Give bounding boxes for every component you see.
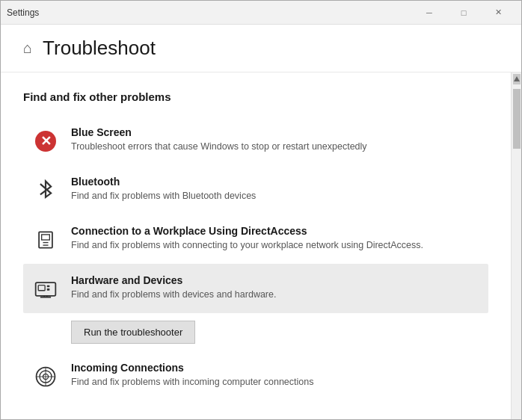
hardware-name: Hardware and Devices xyxy=(71,274,479,286)
settings-window: Settings ─ □ ✕ ⌂ Troubleshoot Find and f… xyxy=(0,0,522,420)
troubleshoot-item-hardware[interactable]: Hardware and Devices Find and fix proble… xyxy=(23,264,488,313)
scroll-up-arrow[interactable] xyxy=(513,74,521,84)
svg-rect-8 xyxy=(47,285,50,288)
svg-rect-3 xyxy=(42,235,50,240)
hardware-text: Hardware and Devices Find and fix proble… xyxy=(71,274,479,302)
bluetooth-name: Bluetooth xyxy=(71,176,479,188)
main-content: Find and fix other problems ✕ Blue Scree… xyxy=(1,72,511,419)
bluetooth-desc: Find and fix problems with Bluetooth dev… xyxy=(71,190,479,203)
bluetooth-text: Bluetooth Find and fix problems with Blu… xyxy=(71,176,479,203)
incoming-text: Incoming Connections Find and fix proble… xyxy=(71,362,479,389)
connection-text: Connection to a Workplace Using DirectAc… xyxy=(71,225,479,253)
titlebar: Settings ─ □ ✕ xyxy=(1,1,521,25)
run-troubleshooter-button[interactable]: Run the troubleshooter xyxy=(71,321,195,344)
page-header: ⌂ Troubleshoot xyxy=(1,25,521,72)
blue-screen-name: Blue Screen xyxy=(71,126,479,138)
window-title: Settings xyxy=(7,7,412,18)
section-title: Find and fix other problems xyxy=(23,90,171,103)
content-wrapper: Find and fix other problems ✕ Blue Scree… xyxy=(1,72,521,419)
page-title: Troubleshoot xyxy=(43,37,156,60)
connection-desc: Find and fix problems with connecting to… xyxy=(71,239,479,253)
minimize-button[interactable]: ─ xyxy=(412,1,446,25)
svg-rect-7 xyxy=(38,285,45,291)
run-btn-row: Run the troubleshooter xyxy=(23,313,488,351)
home-icon[interactable]: ⌂ xyxy=(23,40,32,57)
incoming-icon xyxy=(32,363,59,390)
troubleshoot-item-connection[interactable]: Connection to a Workplace Using DirectAc… xyxy=(23,214,488,264)
hardware-desc: Find and fix problems with devices and h… xyxy=(71,288,479,302)
incoming-name: Incoming Connections xyxy=(71,362,479,374)
blue-screen-icon: ✕ xyxy=(32,128,59,155)
maximize-button[interactable]: □ xyxy=(446,1,481,25)
connection-name: Connection to a Workplace Using DirectAc… xyxy=(71,225,479,237)
troubleshoot-item-incoming[interactable]: Incoming Connections Find and fix proble… xyxy=(23,351,488,401)
svg-rect-9 xyxy=(47,288,50,291)
blue-screen-text: Blue Screen Troubleshoot errors that cau… xyxy=(71,126,479,154)
hardware-icon xyxy=(32,276,59,303)
incoming-desc: Find and fix problems with incoming comp… xyxy=(71,376,479,389)
close-button[interactable]: ✕ xyxy=(481,1,515,25)
bluetooth-icon xyxy=(32,177,59,204)
connection-icon xyxy=(32,226,59,253)
svg-marker-18 xyxy=(514,76,520,81)
blue-screen-desc: Troubleshoot errors that cause Windows t… xyxy=(71,140,479,154)
scrollbar-thumb[interactable] xyxy=(513,89,521,149)
troubleshoot-item-bluetooth[interactable]: Bluetooth Find and fix problems with Blu… xyxy=(23,165,488,214)
svg-text:✕: ✕ xyxy=(40,134,52,149)
troubleshoot-item-blue-screen[interactable]: ✕ Blue Screen Troubleshoot errors that c… xyxy=(23,116,488,165)
scrollbar[interactable] xyxy=(511,72,521,419)
window-controls: ─ □ ✕ xyxy=(412,1,515,25)
